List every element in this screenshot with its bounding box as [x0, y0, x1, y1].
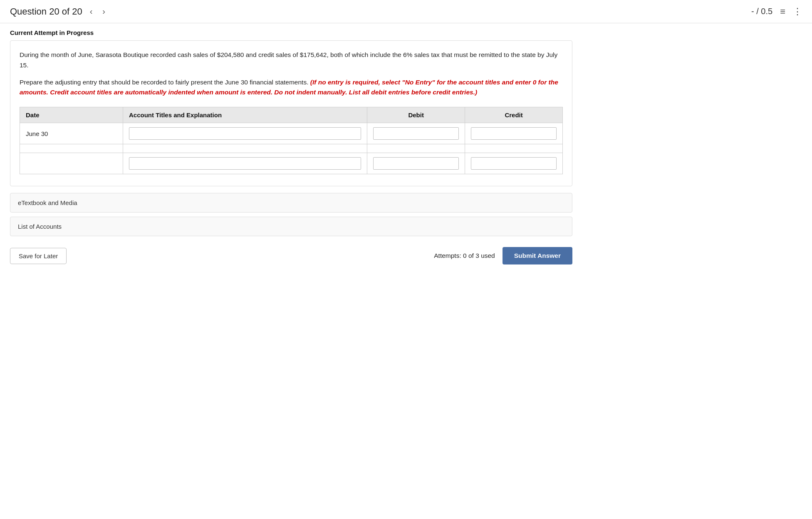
row1-account-input[interactable] [129, 127, 361, 140]
top-bar: Question 20 of 20 ‹ › - / 0.5 ≡ ⋮ [0, 0, 812, 23]
question-instruction: Prepare the adjusting entry that should … [20, 77, 563, 98]
content-area: Current Attempt in Progress During the m… [0, 23, 582, 274]
bottom-bar: Save for Later Attempts: 0 of 3 used Sub… [10, 240, 572, 264]
table-header-row: Date Account Titles and Explanation Debi… [20, 107, 563, 123]
col-credit: Credit [465, 107, 563, 123]
row2-account-cell [123, 153, 367, 174]
top-bar-left: Question 20 of 20 ‹ › [10, 6, 108, 17]
next-question-button[interactable]: › [100, 6, 108, 17]
bottom-right: Attempts: 0 of 3 used Submit Answer [434, 247, 572, 264]
list-of-accounts-bar[interactable]: List of Accounts [10, 217, 572, 236]
row2-debit-input[interactable] [373, 157, 459, 170]
row-spacer-account [123, 144, 367, 153]
top-bar-right: - / 0.5 ≡ ⋮ [751, 6, 802, 17]
row-spacer-credit [465, 144, 563, 153]
table-row: June 30 [20, 123, 563, 144]
col-date: Date [20, 107, 123, 123]
save-for-later-button[interactable]: Save for Later [10, 248, 67, 264]
col-debit: Debit [367, 107, 465, 123]
list-of-accounts-label: List of Accounts [18, 223, 62, 230]
row2-debit-cell [367, 153, 465, 174]
row2-date [20, 153, 123, 174]
row2-credit-input[interactable] [471, 157, 557, 170]
attempts-text: Attempts: 0 of 3 used [434, 252, 495, 260]
list-icon[interactable]: ≡ [780, 6, 785, 17]
row2-account-input[interactable] [129, 157, 361, 170]
question-paragraph1: During the month of June, Sarasota Bouti… [20, 50, 563, 71]
col-account: Account Titles and Explanation [123, 107, 367, 123]
table-row [20, 153, 563, 174]
row-spacer-date [20, 144, 123, 153]
attempt-banner: Current Attempt in Progress [10, 23, 572, 40]
more-options-icon[interactable]: ⋮ [793, 6, 802, 17]
row2-credit-cell [465, 153, 563, 174]
instruction-plain: Prepare the adjusting entry that should … [20, 79, 310, 86]
row1-debit-cell [367, 123, 465, 144]
submit-answer-button[interactable]: Submit Answer [503, 247, 572, 264]
question-box: During the month of June, Sarasota Bouti… [10, 40, 572, 186]
journal-table: Date Account Titles and Explanation Debi… [20, 107, 563, 174]
question-title: Question 20 of 20 [10, 6, 82, 17]
row1-date: June 30 [20, 123, 123, 144]
etextbook-label: eTextbook and Media [18, 199, 77, 206]
row1-account-cell [123, 123, 367, 144]
row1-credit-input[interactable] [471, 127, 557, 140]
row-spacer-debit [367, 144, 465, 153]
table-row-spacer [20, 144, 563, 153]
score-display: - / 0.5 [751, 7, 772, 16]
prev-question-button[interactable]: ‹ [87, 6, 95, 17]
row1-debit-input[interactable] [373, 127, 459, 140]
row1-credit-cell [465, 123, 563, 144]
etextbook-media-bar[interactable]: eTextbook and Media [10, 193, 572, 213]
